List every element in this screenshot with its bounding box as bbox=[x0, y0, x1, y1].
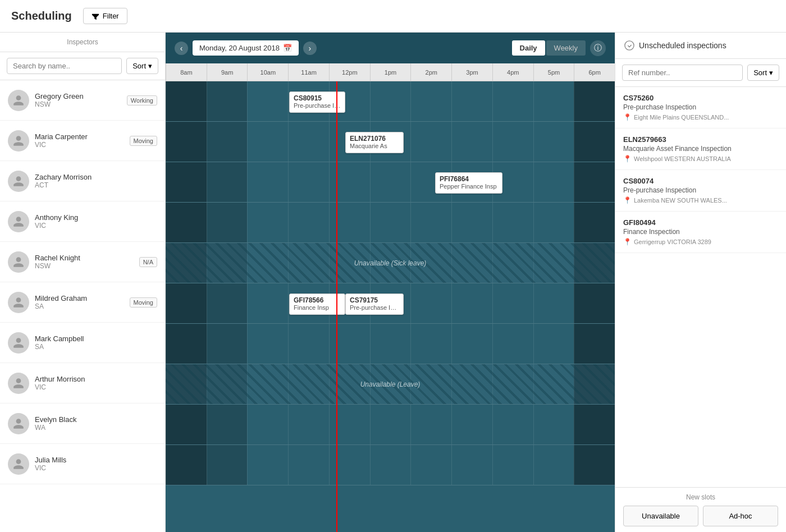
unavailable-text: Unavailable (Leave) bbox=[360, 380, 421, 388]
grid-row bbox=[166, 203, 615, 243]
u-ref: CS80074 bbox=[623, 177, 778, 185]
daily-view-button[interactable]: Daily bbox=[512, 40, 545, 56]
unscheduled-card[interactable]: ELN2579663 Macquarie Asset Finance Inspe… bbox=[615, 129, 786, 170]
inspection-card[interactable]: PFI76864 Pepper Finance Insp bbox=[435, 172, 502, 194]
location-text: Eight Mile Plains QUEENSLAND... bbox=[634, 114, 729, 121]
sort-button-left[interactable]: Sort ▾ bbox=[126, 58, 158, 74]
time-label: 9am bbox=[207, 63, 248, 81]
inspection-card[interactable]: CS79175 Pre-purchase Inspec bbox=[345, 293, 404, 315]
status-badge: Moving bbox=[130, 136, 157, 146]
inspector-row[interactable]: Mark Campbell SA bbox=[0, 323, 165, 363]
unavailable-text: Unavailable (Sick leave) bbox=[354, 259, 427, 267]
grid-cell bbox=[574, 405, 615, 444]
filter-button[interactable]: Filter bbox=[83, 8, 127, 24]
adhoc-button[interactable]: Ad-hoc bbox=[703, 506, 778, 526]
right-panel: Unscheduled inspections Sort ▾ CS75260 P… bbox=[615, 33, 786, 532]
grid-cell bbox=[451, 445, 492, 485]
inspection-card[interactable]: ELN271076 Macquarie As bbox=[345, 132, 404, 153]
date-nav: ‹ Monday, 20 August 2018 📅 › bbox=[175, 40, 317, 56]
unscheduled-icon bbox=[624, 40, 634, 51]
u-type: Finance Inspection bbox=[623, 228, 778, 236]
person-icon bbox=[12, 418, 25, 430]
u-location: 📍 Eight Mile Plains QUEENSLAND... bbox=[623, 113, 778, 121]
pin-icon: 📍 bbox=[623, 238, 632, 246]
time-label: 6pm bbox=[574, 63, 615, 81]
grid-cell bbox=[410, 203, 451, 242]
inspector-state: NSW bbox=[35, 262, 134, 270]
avatar bbox=[8, 211, 29, 232]
inspector-info: Maria Carpenter VIC bbox=[35, 132, 124, 149]
new-slots-label: New slots bbox=[623, 493, 778, 501]
inspector-row[interactable]: Anthony King VIC bbox=[0, 201, 165, 242]
u-type: Macquarie Asset Finance Inspection bbox=[623, 145, 778, 153]
grid-cell bbox=[492, 324, 533, 364]
grid-cell bbox=[329, 324, 370, 364]
unavailable-overlay: Unavailable (Sick leave) bbox=[166, 243, 615, 283]
person-icon bbox=[12, 215, 25, 228]
grid-cell bbox=[370, 81, 411, 121]
inspector-row[interactable]: Julia Mills VIC bbox=[0, 444, 165, 484]
grid-cell bbox=[329, 162, 370, 202]
person-icon bbox=[12, 337, 25, 349]
grid-cell bbox=[207, 122, 248, 162]
grid-cell bbox=[288, 162, 329, 202]
search-input[interactable] bbox=[7, 58, 122, 74]
inspector-row[interactable]: Maria Carpenter VIC Moving bbox=[0, 121, 165, 161]
pin-icon: 📍 bbox=[623, 113, 632, 121]
inspector-info: Arthur Morrison VIC bbox=[35, 375, 157, 391]
prev-date-button[interactable]: ‹ bbox=[175, 42, 188, 55]
inspector-row[interactable]: Mildred Graham SA Moving bbox=[0, 282, 165, 323]
weekly-view-button[interactable]: Weekly bbox=[546, 40, 586, 56]
inspector-info: Mark Campbell SA bbox=[35, 334, 157, 351]
u-location: 📍 Lakemba NEW SOUTH WALES... bbox=[623, 196, 778, 204]
grid-cell bbox=[247, 122, 288, 162]
next-date-button[interactable]: › bbox=[303, 42, 317, 55]
avatar bbox=[8, 453, 29, 475]
inspector-row[interactable]: Rachel Knight NSW N/A bbox=[0, 242, 165, 282]
ref-input[interactable] bbox=[622, 65, 743, 81]
inspector-state: VIC bbox=[35, 464, 157, 472]
grid-cell bbox=[288, 445, 329, 485]
grid-cell bbox=[492, 445, 533, 485]
grid-cell bbox=[370, 203, 411, 242]
unavailable-button[interactable]: Unavailable bbox=[623, 506, 698, 526]
grid-cell bbox=[451, 122, 492, 162]
inspector-name: Gregory Green bbox=[35, 92, 121, 100]
inspector-name: Maria Carpenter bbox=[35, 132, 124, 141]
grid-row: CS80915 Pre-purchase Inspect bbox=[166, 81, 615, 122]
grid-cell bbox=[370, 445, 411, 485]
inspector-state: VIC bbox=[35, 222, 157, 230]
avatar bbox=[8, 373, 29, 394]
unavailable-overlay: Unavailable (Leave) bbox=[166, 364, 615, 404]
avatar bbox=[8, 90, 29, 111]
grid-cell bbox=[533, 81, 574, 121]
inspector-row[interactable]: Arthur Morrison VIC bbox=[0, 363, 165, 403]
schedule-panel: ‹ Monday, 20 August 2018 📅 › Daily Weekl… bbox=[166, 33, 615, 532]
grid-cell bbox=[207, 324, 248, 364]
time-label: 1pm bbox=[370, 63, 411, 81]
card-desc: Macquarie As bbox=[350, 143, 399, 149]
info-button[interactable]: ⓘ bbox=[590, 40, 606, 56]
u-ref: ELN2579663 bbox=[623, 135, 778, 144]
grid-cells: Unavailable (Sick leave) bbox=[166, 243, 615, 283]
inspector-row[interactable]: Gregory Green NSW Working bbox=[0, 80, 165, 121]
grid-cell bbox=[166, 283, 207, 323]
card-ref: GFI78566 bbox=[294, 296, 341, 304]
right-search-sort: Sort ▾ bbox=[615, 59, 786, 87]
svg-point-0 bbox=[625, 41, 634, 50]
inspector-row[interactable]: Evelyn Black WA bbox=[0, 403, 165, 444]
unscheduled-card[interactable]: CS80074 Pre-purchase Inspection 📍 Lakemb… bbox=[615, 170, 786, 212]
grid-cell bbox=[166, 162, 207, 202]
inspector-state: VIC bbox=[35, 141, 124, 149]
inspector-row[interactable]: Zachary Morrison ACT bbox=[0, 161, 165, 201]
grid-cell bbox=[207, 203, 248, 242]
card-desc: Pre-purchase Inspect bbox=[294, 102, 341, 109]
grid-cell bbox=[533, 445, 574, 485]
inspector-name: Anthony King bbox=[35, 213, 157, 222]
unscheduled-card[interactable]: CS75260 Pre-purchase Inspection 📍 Eight … bbox=[615, 87, 786, 129]
grid-cell bbox=[574, 283, 615, 323]
sort-button-right[interactable]: Sort ▾ bbox=[747, 65, 779, 81]
unscheduled-card[interactable]: GFI80494 Finance Inspection 📍 Gerrigerru… bbox=[615, 212, 786, 253]
u-location: 📍 Welshpool WESTERN AUSTRALIA bbox=[623, 155, 778, 163]
inspector-name: Zachary Morrison bbox=[35, 173, 157, 181]
